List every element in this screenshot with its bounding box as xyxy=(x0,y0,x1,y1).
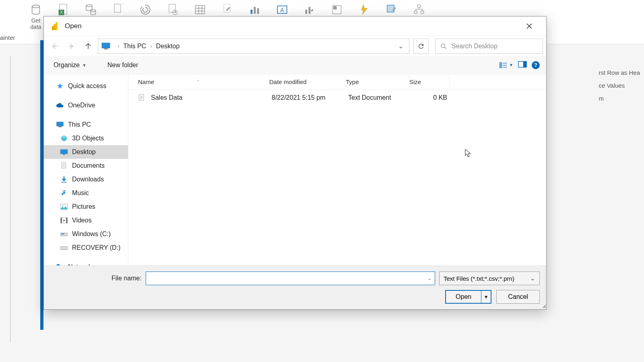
tree-onedrive[interactable]: OneDrive xyxy=(44,99,128,112)
tree-desktop[interactable]: Desktop xyxy=(44,145,128,159)
search-input[interactable]: Search Desktop xyxy=(435,39,543,54)
search-icon xyxy=(440,43,447,49)
svg-text:A: A xyxy=(280,7,284,13)
header-date[interactable]: Date modified xyxy=(269,74,346,89)
svg-rect-26 xyxy=(418,5,421,7)
measure-icon xyxy=(329,2,345,17)
nav-tree: Quick access OneDrive This PC 3D Objects… xyxy=(44,74,128,267)
tree-quick-access[interactable]: Quick access xyxy=(44,79,128,93)
organize-button[interactable]: Organize▼ xyxy=(50,60,90,70)
view-options-button[interactable]: ▼ xyxy=(500,62,513,68)
svg-rect-21 xyxy=(305,10,308,14)
forward-button[interactable] xyxy=(64,39,78,53)
arrow-left-icon xyxy=(51,43,58,50)
svg-rect-16 xyxy=(251,10,253,14)
more-chart-icon xyxy=(302,2,317,17)
svg-rect-27 xyxy=(414,11,417,14)
drive-icon xyxy=(60,244,68,252)
chevron-right-icon: › xyxy=(150,43,152,49)
tree-videos[interactable]: Videos xyxy=(44,214,128,227)
preview-pane-button[interactable] xyxy=(518,61,527,70)
refresh-icon xyxy=(418,43,424,49)
chevron-down-icon[interactable]: ⌄ xyxy=(427,276,431,281)
tree-windows-c[interactable]: Windows (C:) xyxy=(44,227,128,241)
resize-grip-icon[interactable]: ◢ xyxy=(542,303,545,309)
tree-pictures[interactable]: Pictures xyxy=(44,200,128,214)
tree-music[interactable]: Music xyxy=(44,186,128,200)
svg-rect-10 xyxy=(195,6,204,14)
close-button[interactable] xyxy=(520,19,539,33)
monitor-icon xyxy=(56,121,64,129)
open-button[interactable]: Open ▼ xyxy=(445,290,491,304)
help-button[interactable]: ? xyxy=(532,61,540,69)
svg-point-4 xyxy=(86,5,92,7)
sql-file-icon: + xyxy=(110,2,126,17)
svg-rect-57 xyxy=(66,218,67,223)
open-split-dropdown[interactable]: ▼ xyxy=(481,291,491,303)
chevron-right-icon: › xyxy=(118,43,119,49)
header-name[interactable]: Name⌃ xyxy=(128,74,269,89)
svg-rect-29 xyxy=(56,22,58,30)
tree-recovery-d[interactable]: RECOVERY (D:) xyxy=(44,241,128,255)
nav-row: › This PC › Desktop ⌄ Search Desktop xyxy=(44,36,546,56)
new-folder-button[interactable]: New folder xyxy=(104,60,141,70)
database-icon xyxy=(28,2,43,17)
preview-pane-icon xyxy=(518,61,527,68)
bg-left-accent xyxy=(40,40,43,330)
svg-rect-18 xyxy=(257,8,259,14)
music-icon xyxy=(60,189,68,197)
refresh-button[interactable] xyxy=(413,39,429,54)
sort-caret-icon: ⌃ xyxy=(196,79,200,84)
svg-rect-22 xyxy=(309,7,311,14)
cloud-icon xyxy=(56,101,64,109)
svg-rect-46 xyxy=(60,149,68,154)
bg-painter-label: ainter xyxy=(0,34,15,41)
tree-downloads[interactable]: Downloads xyxy=(44,173,128,186)
quick-measure-icon xyxy=(357,2,372,17)
svg-rect-44 xyxy=(56,122,64,126)
db-stack-icon xyxy=(83,2,98,17)
close-icon xyxy=(526,23,533,29)
filename-label: File name: xyxy=(111,275,142,282)
file-date: 8/22/2021 5:15 pm xyxy=(272,94,348,101)
arrow-up-icon xyxy=(85,43,92,50)
open-file-dialog: Open › This PC › Desktop ⌄ Search Deskto… xyxy=(43,16,547,310)
recent-file-icon xyxy=(165,2,180,17)
header-size[interactable]: Size xyxy=(409,74,450,89)
svg-rect-25 xyxy=(387,5,394,12)
file-row[interactable]: Sales Data 8/22/2021 5:15 pm Text Docume… xyxy=(128,90,546,106)
svg-point-0 xyxy=(32,5,40,8)
svg-rect-63 xyxy=(139,95,144,101)
svg-rect-59 xyxy=(61,234,64,234)
tree-this-pc[interactable]: This PC xyxy=(44,118,128,132)
svg-rect-43 xyxy=(523,61,526,67)
bg-right-panel: rst Row as Hea ce Values m xyxy=(599,66,640,105)
breadcrumb-current[interactable]: Desktop xyxy=(156,43,180,50)
toolbar-row: Organize▼ New folder ▼ ? xyxy=(44,56,546,74)
svg-rect-32 xyxy=(102,43,110,48)
tree-3d-objects[interactable]: 3D Objects xyxy=(44,132,128,145)
svg-rect-47 xyxy=(63,154,65,155)
breadcrumb-bar[interactable]: › This PC › Desktop ⌄ xyxy=(98,39,409,54)
header-type[interactable]: Type xyxy=(346,74,409,89)
content-area: Quick access OneDrive This PC 3D Objects… xyxy=(44,74,546,267)
swirl-icon xyxy=(138,2,153,17)
chevron-down-icon: ⌄ xyxy=(530,275,535,282)
svg-rect-6 xyxy=(114,4,121,12)
back-button[interactable] xyxy=(47,39,62,53)
dialog-footer: File name: ⌄ Text Files (*.txt;*.csv;*.p… xyxy=(44,265,546,309)
text-file-icon xyxy=(138,94,146,102)
picture-icon xyxy=(60,203,68,211)
star-icon xyxy=(56,82,64,90)
breadcrumb-dropdown[interactable]: ⌄ xyxy=(396,42,406,50)
file-type-filter[interactable]: Text Files (*.txt;*.csv;*.prn) ⌄ xyxy=(439,272,540,285)
hierarchy-icon xyxy=(411,2,427,17)
svg-rect-30 xyxy=(54,24,56,30)
video-icon xyxy=(60,216,68,224)
cancel-button[interactable]: Cancel xyxy=(496,290,540,304)
up-button[interactable] xyxy=(81,39,95,53)
filename-input[interactable]: ⌄ xyxy=(146,272,435,285)
tree-documents[interactable]: Documents xyxy=(44,159,128,173)
svg-rect-37 xyxy=(500,64,502,66)
breadcrumb-root[interactable]: This PC xyxy=(123,43,146,50)
